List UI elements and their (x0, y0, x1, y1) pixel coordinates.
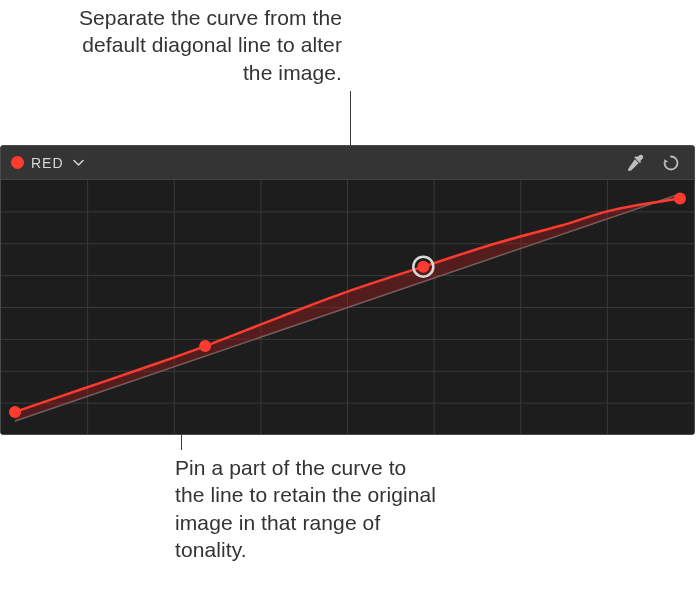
control-point-pinned-point[interactable] (199, 340, 211, 352)
control-point-black-point[interactable] (9, 406, 21, 418)
reset-icon[interactable] (660, 152, 682, 174)
curves-panel: RED (0, 145, 695, 435)
control-point-lifted-point[interactable] (417, 261, 429, 273)
channel-label: RED (31, 155, 64, 171)
curves-graph-svg[interactable] (1, 180, 694, 435)
callout-top-text: Separate the curve from the default diag… (78, 4, 342, 86)
curves-panel-header: RED (1, 146, 694, 180)
chevron-down-icon (73, 159, 84, 167)
eyedropper-icon[interactable] (624, 152, 646, 174)
channel-swatch (11, 156, 24, 169)
callout-bottom-text: Pin a part of the curve to the line to r… (175, 454, 437, 563)
channel-picker[interactable]: RED (11, 155, 84, 171)
curves-graph[interactable] (1, 180, 694, 435)
control-point-white-point[interactable] (674, 193, 686, 205)
header-tools (624, 152, 682, 174)
